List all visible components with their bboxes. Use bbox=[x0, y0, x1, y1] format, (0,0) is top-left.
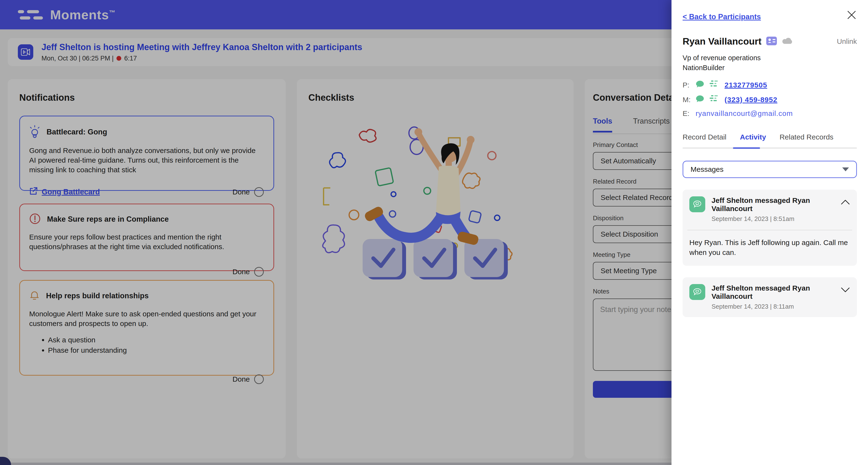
phone-label: P: bbox=[683, 81, 691, 89]
message-card: Jeff Shelton messaged Ryan Vaillancourt … bbox=[683, 277, 857, 317]
message-body: Hey Ryan. This is Jeff following up agai… bbox=[689, 238, 850, 259]
message-timestamp: September 14, 2023 | 8:51am bbox=[712, 215, 840, 223]
message-chat-icon bbox=[689, 284, 705, 300]
message-title: Jeff Shelton messaged Ryan Vaillancourt bbox=[712, 284, 840, 300]
chevron-down-icon bbox=[842, 167, 849, 171]
moments-mini-logo-icon[interactable] bbox=[709, 80, 720, 90]
cloud-icon[interactable] bbox=[782, 37, 794, 46]
contact-card-icon[interactable] bbox=[766, 37, 777, 46]
chat-bubble-icon[interactable] bbox=[695, 95, 704, 104]
message-timestamp: September 14, 2023 | 8:11am bbox=[712, 303, 840, 310]
participant-drawer: < Back to Participants Ryan Vaillancourt… bbox=[672, 0, 868, 465]
tab-related-records[interactable]: Related Records bbox=[779, 133, 833, 147]
unlink-button[interactable]: Unlink bbox=[837, 37, 857, 45]
email-link[interactable]: ryanvaillancourt@gmail.com bbox=[695, 109, 793, 118]
app-window: Moments™ Jeff Shelton is hosting Meeting… bbox=[0, 0, 868, 465]
mobile-number-link[interactable]: (323) 459-8952 bbox=[724, 96, 777, 104]
message-chat-icon bbox=[689, 196, 705, 212]
chevron-up-icon[interactable] bbox=[840, 199, 850, 206]
email-label: E: bbox=[683, 109, 691, 118]
participant-tabs-divider bbox=[683, 147, 857, 148]
message-divider bbox=[687, 230, 852, 230]
activity-filter-select[interactable]: Messages bbox=[683, 161, 857, 178]
chat-bubble-icon[interactable] bbox=[695, 80, 704, 90]
moments-mini-logo-icon[interactable] bbox=[709, 95, 720, 105]
participant-job-title: Vp of revenue operations bbox=[683, 54, 857, 62]
message-title: Jeff Shelton messaged Ryan Vaillancourt bbox=[712, 196, 840, 213]
participant-name: Ryan Vaillancourt bbox=[683, 36, 762, 47]
close-icon[interactable] bbox=[846, 10, 857, 20]
participant-company: NationBuilder bbox=[683, 64, 857, 72]
chevron-down-icon[interactable] bbox=[840, 287, 850, 294]
participant-tabs: Record Detail Activity Related Records bbox=[683, 133, 857, 147]
phone-number-link[interactable]: 2132779505 bbox=[724, 81, 767, 89]
message-card: Jeff Shelton messaged Ryan Vaillancourt … bbox=[683, 190, 857, 266]
mobile-label: M: bbox=[683, 96, 691, 104]
tab-record-detail[interactable]: Record Detail bbox=[683, 133, 726, 147]
back-to-participants-link[interactable]: < Back to Participants bbox=[683, 12, 761, 21]
tab-activity[interactable]: Activity bbox=[740, 133, 766, 147]
active-tab-indicator bbox=[733, 147, 760, 148]
activity-filter-value: Messages bbox=[690, 165, 723, 173]
